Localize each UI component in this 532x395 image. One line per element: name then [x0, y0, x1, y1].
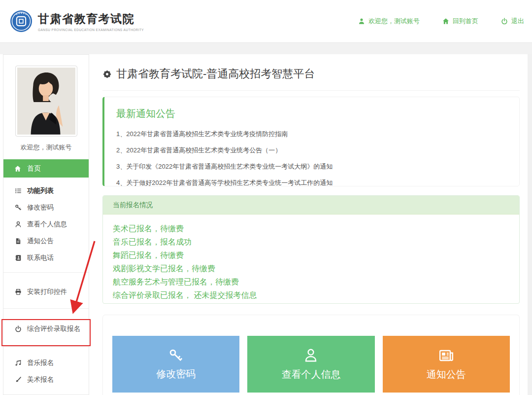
home-icon — [442, 18, 449, 25]
quick-action-panel: 修改密码 查看个人信息 通知公告 — [102, 315, 520, 395]
menu-label: 安装打印控件 — [27, 287, 67, 296]
tile-view-personal-info[interactable]: 查看个人信息 — [247, 336, 374, 393]
menu-label: 综合评价录取报名 — [27, 324, 80, 333]
power-icon — [501, 18, 508, 25]
brush-icon — [15, 376, 22, 383]
key-icon — [15, 204, 22, 211]
notice-item[interactable]: 4、关于做好2022年甘肃省普通高等学校招生艺术类专业统一考试工作的通知 — [116, 175, 510, 191]
status-line: 戏剧影视文学已报名，待缴费 — [113, 262, 509, 276]
power-icon — [15, 325, 22, 332]
app-header: 甘肃省教育考试院 GANSU PROVINCIAL EDUCATION EXAM… — [0, 0, 532, 42]
registration-status-panel: 当前报名情况 美术已报名，待缴费 音乐已报名，报名成功 舞蹈已报名，待缴费 戏剧… — [102, 195, 520, 304]
gear-icon — [102, 70, 112, 79]
registration-status-body: 美术已报名，待缴费 音乐已报名，报名成功 舞蹈已报名，待缴费 戏剧影视文学已报名… — [103, 215, 519, 302]
logout-label: 退出 — [511, 17, 524, 26]
brand[interactable]: 甘肃省教育考试院 GANSU PROVINCIAL EDUCATION EXAM… — [10, 10, 144, 33]
status-line: 舞蹈已报名，待缴费 — [113, 249, 509, 262]
music-icon — [15, 359, 22, 366]
logout-link[interactable]: 退出 — [501, 17, 524, 26]
menu-label: 联系电话 — [27, 253, 54, 262]
page-title-text: 甘肃省教育考试院-普通高校招考智慧平台 — [116, 67, 315, 81]
sidebar-item-art-enroll[interactable]: 美术报名 — [3, 371, 89, 388]
main-content: 甘肃省教育考试院-普通高校招考智慧平台 最新通知公告 1、2022年甘肃省普通高… — [102, 54, 520, 395]
page-title: 甘肃省教育考试院-普通高校招考智慧平台 — [102, 67, 520, 81]
sidebar-item-music-enroll[interactable]: 音乐报名 — [3, 355, 89, 371]
menu-label: 修改密码 — [27, 203, 54, 212]
user-icon — [303, 348, 319, 363]
key-icon — [168, 348, 183, 363]
header-divider-band — [0, 42, 532, 54]
sidebar-item-install-print-control[interactable]: 安装打印控件 — [3, 284, 89, 300]
tile-label: 通知公告 — [427, 368, 466, 381]
divider — [3, 346, 89, 347]
divider — [3, 272, 89, 273]
home-icon — [14, 165, 21, 172]
sidebar-menu: 功能列表 修改密码 查看个人信息 通知公告 — [3, 182, 89, 388]
address-book-icon — [15, 254, 22, 261]
status-line: 航空服务艺术与管理已报名，待缴费 — [113, 276, 509, 289]
tile-label: 查看个人信息 — [281, 368, 340, 381]
welcome-user: 欢迎您，测试账号 — [358, 17, 420, 26]
menu-label: 音乐报名 — [27, 359, 54, 367]
notice-item[interactable]: 3、关于印发《2022年甘肃省普通高校招生艺术类专业统一考试大纲》的通知 — [116, 158, 510, 175]
user-icon — [15, 221, 22, 228]
user-icon — [358, 18, 365, 25]
menu-label: 功能列表 — [27, 186, 54, 195]
menu-label: 通知公告 — [27, 237, 54, 246]
divider — [3, 308, 89, 309]
back-home-link[interactable]: 回到首页 — [442, 17, 478, 26]
sidebar: 欢迎您，测试账号 首页 功能列表 修改密码 查看个人信息 — [3, 54, 89, 395]
avatar — [15, 66, 77, 137]
sidebar-item-home[interactable]: 首页 — [3, 159, 89, 178]
logo-seal-icon — [10, 10, 33, 33]
notice-item[interactable]: 1、2022年甘肃省普通高校招生艺术类专业统考疫情防控指南 — [116, 126, 510, 142]
printer-icon — [15, 288, 22, 295]
sidebar-item-view-personal-info[interactable]: 查看个人信息 — [3, 216, 89, 233]
menu-label: 查看个人信息 — [27, 220, 67, 229]
tile-change-password[interactable]: 修改密码 — [112, 336, 239, 393]
status-line: 音乐已报名，报名成功 — [113, 236, 509, 249]
notice-list: 1、2022年甘肃省普通高校招生艺术类专业统考疫情防控指南 2、2022年甘肃省… — [116, 126, 510, 191]
sidebar-item-function-list[interactable]: 功能列表 — [3, 182, 89, 199]
back-home-label: 回到首页 — [453, 17, 478, 26]
sidebar-welcome-text: 欢迎您，测试账号 — [3, 143, 89, 152]
sidebar-item-change-password[interactable]: 修改密码 — [3, 199, 89, 216]
menu-label: 美术报名 — [27, 375, 54, 384]
header-nav: 欢迎您，测试账号 回到首页 退出 — [358, 17, 524, 26]
welcome-user-label: 欢迎您，测试账号 — [368, 17, 420, 26]
tile-notices[interactable]: 通知公告 — [383, 336, 510, 393]
status-line: 美术已报名，待缴费 — [113, 222, 509, 236]
sidebar-item-notices[interactable]: 通知公告 — [3, 233, 89, 250]
brand-title: 甘肃省教育考试院 — [38, 11, 144, 27]
scrollbar-track[interactable] — [528, 54, 532, 395]
tile-label: 修改密码 — [156, 367, 196, 381]
newspaper-icon — [438, 348, 454, 363]
sidebar-item-comprehensive-eval-enroll[interactable]: 综合评价录取报名 — [3, 321, 89, 337]
avatar-photo — [17, 68, 75, 135]
status-line: 综合评价录取已报名， 还未提交报考信息 — [113, 289, 509, 302]
file-icon — [15, 238, 22, 245]
brand-subtitle: GANSU PROVINCIAL EDUCATION EXAMINATIONS … — [38, 28, 144, 32]
notice-heading: 最新通知公告 — [116, 107, 510, 120]
notice-item[interactable]: 2、2022年甘肃省普通高校招生艺术类专业统考公告（一） — [116, 142, 510, 158]
sidebar-item-contact-phone[interactable]: 联系电话 — [3, 250, 89, 266]
registration-status-header: 当前报名情况 — [103, 196, 519, 215]
notice-panel: 最新通知公告 1、2022年甘肃省普通高校招生艺术类专业统考疫情防控指南 2、2… — [102, 97, 520, 186]
sidebar-home-label: 首页 — [27, 164, 41, 173]
divider — [102, 90, 520, 91]
list-icon — [15, 187, 22, 194]
